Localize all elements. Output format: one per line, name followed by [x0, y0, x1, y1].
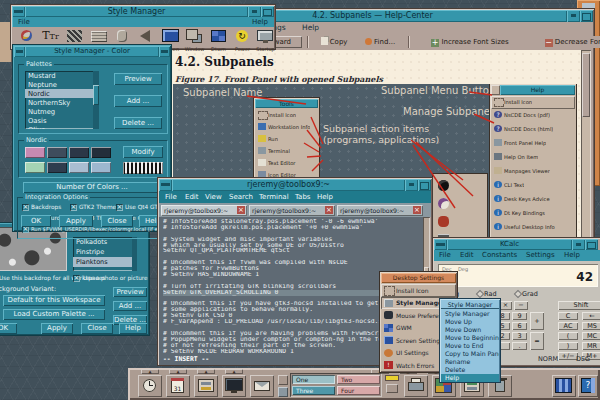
blank-button[interactable] — [278, 387, 288, 397]
color-swatch[interactable] — [47, 147, 67, 158]
calendar-button[interactable]: 31 — [166, 375, 190, 397]
palette-item[interactable]: Olive — [25, 125, 99, 129]
tab-close-icon[interactable]: × — [413, 206, 421, 214]
style-power-button[interactable]: ↻ Power — [231, 29, 254, 51]
file-manager-button[interactable] — [194, 375, 218, 397]
menu-item-move-to-beginning[interactable]: Move to Beginning — [441, 334, 499, 342]
palette-item[interactable]: Nutmeg — [25, 107, 99, 116]
close-button[interactable] — [159, 46, 170, 57]
terminal-titlebar[interactable]: rjeremy@toolbox9:~ — [172, 179, 405, 191]
style-manager-titlebar[interactable]: Style Manager — [25, 6, 248, 17]
color-swatch[interactable] — [91, 147, 111, 158]
maximize-button[interactable] — [418, 179, 431, 191]
clear-button[interactable]: C — [558, 312, 578, 320]
maximize-button[interactable] — [585, 239, 598, 250]
palette-item-selected[interactable]: Nordic — [25, 89, 99, 98]
menu-item-style-manager[interactable]: Style Manager — [441, 310, 499, 318]
menu-item-rename[interactable]: Rename — [441, 358, 499, 366]
plusminus-button[interactable]: +/− — [558, 352, 578, 360]
copy-button[interactable]: Copy — [314, 36, 354, 48]
minimize-button[interactable] — [405, 179, 418, 191]
printer-button[interactable] — [404, 375, 428, 397]
maximize-button[interactable] — [580, 10, 593, 22]
workspace-two-button[interactable]: Two — [337, 375, 380, 384]
lock-button[interactable] — [278, 375, 288, 385]
memstore-button[interactable]: MS — [582, 322, 600, 330]
rad-radio[interactable]: Rad — [478, 290, 497, 298]
stripes-swatch[interactable] — [123, 162, 163, 174]
color-dialog-titlebar[interactable]: Style Manager - Color — [25, 46, 159, 57]
color-swatch[interactable] — [91, 162, 111, 173]
menu-help[interactable]: Help — [302, 22, 319, 34]
delete-button[interactable]: Delete ... — [114, 117, 162, 129]
grad-radio[interactable]: Grad — [516, 290, 538, 298]
tab-close-icon[interactable]: × — [237, 206, 245, 214]
backspace-button[interactable]: ← — [582, 312, 600, 320]
menu-search[interactable]: Search — [229, 191, 253, 203]
decimal-button[interactable]: . — [512, 342, 527, 350]
menu-terminal[interactable]: Terminal — [259, 191, 289, 203]
digit-3[interactable]: 3 — [512, 332, 527, 340]
preview-button[interactable]: Preview — [113, 287, 147, 297]
list-scrollbar[interactable] — [132, 237, 137, 271]
default-workspace-button[interactable]: Default for this Workspace — [3, 295, 105, 306]
photo-checkbox[interactable] — [73, 275, 80, 282]
maximize-button[interactable] — [261, 6, 274, 17]
subpanel-menu-button[interactable] — [491, 85, 500, 95]
help-scrollbar[interactable] — [581, 50, 591, 254]
increase-font-button[interactable]: + Increase Font Sizes — [415, 36, 525, 48]
menu-file[interactable]: File — [439, 250, 451, 261]
style-startup-button[interactable]: Startup — [254, 29, 277, 51]
allclear-button[interactable]: AC — [558, 322, 578, 330]
menu-edit[interactable]: Edit — [460, 250, 474, 261]
menu-help[interactable]: Help — [252, 17, 268, 27]
gtk2-checkbox[interactable] — [70, 204, 77, 211]
kcalc-titlebar[interactable]: KCalc — [447, 239, 572, 250]
mail-button[interactable] — [250, 375, 274, 397]
help-button[interactable]: Help — [119, 323, 147, 334]
terminal-tab[interactable]: rjeremy@toolbox9:~ × — [249, 205, 335, 216]
ok-button[interactable]: OK — [21, 215, 51, 227]
color-swatch[interactable] — [25, 162, 45, 173]
backdrops-checkbox[interactable] — [22, 204, 29, 211]
subpanel-arrow[interactable]: ▲ — [197, 369, 215, 374]
window-menu-button[interactable] — [12, 6, 25, 17]
help-scrollbar-thumb[interactable] — [582, 53, 590, 117]
minimize-panel-button[interactable] — [386, 384, 398, 393]
minimize-button[interactable] — [567, 10, 580, 22]
list-item[interactable]: Pinstripe — [73, 247, 137, 257]
terminal-tab-active[interactable]: rjeremy@toolbox9:~ × — [161, 205, 247, 216]
terminal-tab[interactable]: rjeremy@toolbox9:~ × — [337, 205, 423, 216]
workspace-one-button[interactable]: One — [292, 375, 335, 384]
style-window-button[interactable]: Window — [183, 29, 206, 51]
clock-button[interactable] — [138, 375, 162, 397]
memclear-button[interactable]: MC — [582, 332, 600, 340]
workspace-three-button[interactable]: Three — [292, 386, 335, 395]
paren-open-button[interactable]: ( — [558, 332, 578, 340]
subpanel-arrow[interactable]: ▲ — [141, 369, 159, 374]
color-swatch[interactable] — [69, 162, 89, 173]
minus-button[interactable]: − — [514, 301, 528, 310]
palette-item[interactable]: Neptune — [25, 80, 99, 89]
number-of-colors-button[interactable]: Number Of Colors ... — [23, 182, 161, 193]
install-icon-item[interactable]: Install Icon — [381, 284, 456, 297]
digit-6[interactable]: 6 — [512, 322, 527, 330]
window-menu-button[interactable] — [14, 46, 25, 57]
plus-button[interactable]: + — [530, 312, 544, 330]
paren-close-button[interactable]: ) — [558, 342, 578, 350]
menu-item-move-down[interactable]: Move Down — [441, 326, 499, 334]
palette-scrollbar[interactable] — [93, 71, 99, 129]
palette-item[interactable]: Mustard — [25, 71, 99, 80]
menu-help[interactable]: Help — [564, 250, 580, 261]
desktop-settings-titlebar[interactable]: Desktop Settings — [381, 273, 456, 283]
subpanel-arrow[interactable]: ▲ — [169, 369, 187, 374]
color-swatch[interactable] — [25, 147, 45, 158]
decrease-font-button[interactable]: − Decrease Font Sizes — [529, 36, 600, 48]
pager-button[interactable] — [552, 375, 576, 397]
menu-constants[interactable]: Constants — [482, 250, 517, 261]
add-button[interactable]: Add ... — [113, 301, 147, 311]
menu-view[interactable]: View — [205, 191, 222, 203]
close-button[interactable]: Close — [101, 215, 133, 227]
window-menu-button[interactable] — [159, 179, 172, 191]
menu-item-help[interactable]: Help — [441, 374, 499, 382]
